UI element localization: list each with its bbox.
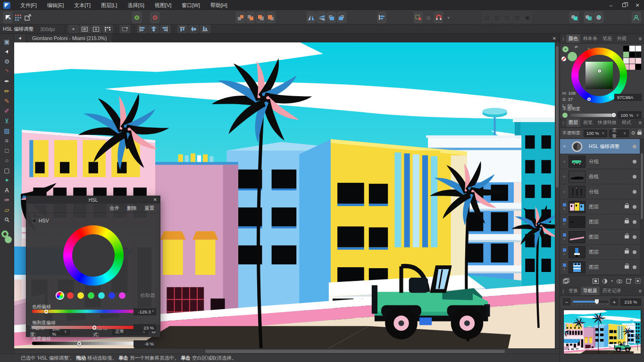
rotate-cw-button[interactable] <box>337 12 346 23</box>
layer-lock-icon[interactable] <box>625 265 629 269</box>
sv-selector-dot[interactable] <box>598 69 601 73</box>
layer-lock-icon[interactable] <box>625 220 629 223</box>
pencil-tool[interactable]: ✏ <box>1 86 13 96</box>
layer-lock-icon[interactable] <box>625 235 629 239</box>
flip-vertical-button[interactable] <box>317 12 326 23</box>
layer-row-group-car[interactable]: › 分组 <box>560 154 644 169</box>
hsl-dialog-close-icon[interactable]: ✕ <box>153 196 157 204</box>
red-channel-swatch[interactable] <box>67 292 74 299</box>
recent-swatches-grid[interactable] <box>623 46 641 70</box>
menu-select[interactable]: 选择[S] <box>122 0 149 10</box>
rectangle-tool[interactable]: □ <box>1 146 13 156</box>
arrange-backward-button[interactable] <box>256 12 265 23</box>
align-middle-button[interactable] <box>189 25 199 33</box>
fill-color-well[interactable] <box>5 236 12 243</box>
layer-visibility-dot[interactable] <box>633 235 636 239</box>
green-channel-swatch[interactable] <box>88 292 94 299</box>
boolean-subtract-button[interactable] <box>584 12 593 23</box>
tab-transform[interactable]: 变换 <box>566 287 580 295</box>
layer-row-blue-building[interactable]: › 图层 <box>560 260 644 275</box>
align-bottom-button[interactable] <box>200 25 210 33</box>
fill-stroke-color-wells[interactable] <box>1 230 13 245</box>
tab-history[interactable]: 历史记录 <box>600 287 624 295</box>
master-channel-swatch[interactable] <box>57 292 63 299</box>
swap-colors-icon[interactable]: ⇄ <box>575 45 578 49</box>
panel-grip-icon[interactable]: ∥ <box>562 37 565 41</box>
layer-row-buildings[interactable]: › 图层 <box>560 199 644 214</box>
canvas-vertical-scrollbar[interactable] <box>555 42 560 348</box>
move-by-whole-pixels-icon[interactable] <box>414 12 423 23</box>
layer-visibility-dot[interactable] <box>633 160 636 164</box>
tab-layers[interactable]: 图层 <box>566 118 580 127</box>
canvas-vertical-scroll-thumb[interactable] <box>556 46 559 188</box>
corner-tool[interactable]: ◝ <box>1 66 13 76</box>
layer-lock-icon[interactable] <box>625 250 629 254</box>
magenta-channel-swatch[interactable] <box>119 292 125 299</box>
tab-effects[interactable]: 快速特效 <box>595 118 619 127</box>
picker-button[interactable]: 拾取器 <box>141 292 156 299</box>
saturation-shift-thumb[interactable] <box>92 325 97 329</box>
menu-help[interactable]: 帮助[H] <box>205 0 233 10</box>
layer-row-road[interactable]: › 图层 <box>560 230 644 245</box>
saturation-shift-value[interactable]: 23 % <box>134 324 156 331</box>
align-top-button[interactable] <box>177 25 188 33</box>
delete-button[interactable]: 删除 <box>127 205 137 212</box>
minimize-button[interactable]: – <box>604 0 618 10</box>
blend-mode-dropdown[interactable]: 正常∨ <box>609 130 629 137</box>
hsv-checkbox[interactable]: HSV <box>32 218 49 223</box>
layer-row-dark[interactable]: › 图层 <box>560 214 644 230</box>
hex-input[interactable]: 97C98A <box>614 94 642 101</box>
zoom-in-button[interactable]: + <box>611 298 618 305</box>
tab-appearance[interactable]: 外观 <box>615 34 629 43</box>
opacity-slider[interactable] <box>570 114 615 117</box>
snap-option-icon[interactable]: ▦ <box>424 12 433 23</box>
layer-row-curve[interactable]: ⟡ 曲线 <box>560 169 644 184</box>
paint-brush-tool[interactable]: ✐ <box>1 106 13 116</box>
panel-menu-icon[interactable]: ≡ <box>639 288 643 294</box>
text-tool[interactable]: A <box>1 185 13 195</box>
add-layer-icon[interactable] <box>626 278 632 284</box>
navigator-thumbnail[interactable] <box>563 310 641 354</box>
group-layers-icon[interactable] <box>635 278 641 284</box>
vector-brush-tool[interactable]: ✎ <box>1 96 13 106</box>
menu-file[interactable]: 文件[F] <box>15 0 42 10</box>
panel-menu-icon[interactable]: ≡ <box>639 36 643 41</box>
blue-channel-swatch[interactable] <box>109 292 115 299</box>
menu-view[interactable]: 视图[V] <box>150 0 176 10</box>
hue-wheel[interactable] <box>63 225 124 286</box>
account-button[interactable] <box>632 12 641 23</box>
document-close-icon[interactable]: ✕ <box>549 36 560 41</box>
fill-tool[interactable]: ⊻ <box>1 116 13 126</box>
hue-shift-thumb[interactable] <box>44 309 49 313</box>
align-left-button[interactable] <box>137 25 148 33</box>
boolean-divide-button[interactable] <box>594 12 603 23</box>
menu-text[interactable]: 文本[T] <box>69 0 96 10</box>
luminosity-shift-thumb[interactable] <box>77 341 81 346</box>
zoom-out-button[interactable]: − <box>563 298 570 305</box>
tab-color[interactable]: 颜色 <box>566 34 580 43</box>
layers-scrollbar[interactable] <box>640 139 644 275</box>
adjustment-icon[interactable] <box>602 279 608 284</box>
layer-visibility-dot[interactable] <box>633 190 636 194</box>
rounded-rectangle-tool[interactable]: ▢ <box>1 165 13 175</box>
layer-visibility-dot[interactable] <box>633 175 636 179</box>
transparency-tool[interactable]: ▨ <box>1 126 13 136</box>
stroke-well[interactable] <box>562 46 569 52</box>
rotate-ccw-button[interactable] <box>327 12 336 23</box>
opacity-dropdown[interactable]: 100 %∨ <box>618 111 642 119</box>
hsv-checkbox-box[interactable] <box>32 219 36 223</box>
layers-opacity-dropdown[interactable]: 100 %∨ <box>584 130 608 137</box>
hue-selector-dot[interactable] <box>587 98 591 101</box>
arrange-forward-button[interactable] <box>246 12 255 23</box>
lock-layer-icon[interactable] <box>637 132 642 135</box>
layer-visibility-dot[interactable] <box>633 220 636 224</box>
panel-grip-icon[interactable]: ∥ <box>562 289 565 293</box>
snapping-candidates-icon[interactable]: ❂ <box>132 12 141 23</box>
menu-edit[interactable]: 编辑[E] <box>42 0 69 10</box>
mask-layer-icon[interactable] <box>593 279 599 284</box>
designer-persona-button[interactable] <box>3 12 12 23</box>
cycle-selection-box-icon[interactable] <box>120 25 130 33</box>
saturation-lightness-box[interactable] <box>585 62 613 89</box>
pixel-grid-icon[interactable] <box>102 25 113 33</box>
saturation-shift-slider[interactable] <box>32 326 142 329</box>
